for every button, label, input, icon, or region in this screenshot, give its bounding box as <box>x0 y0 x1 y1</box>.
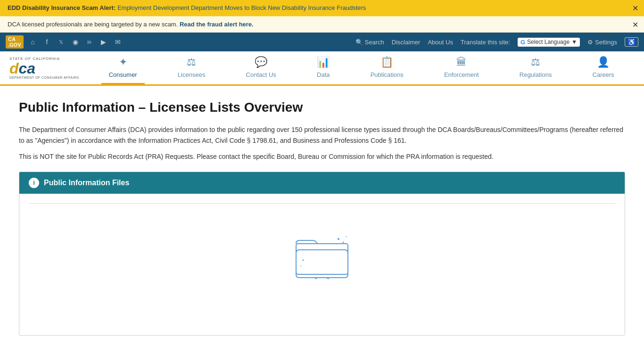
folder-svg <box>294 232 350 279</box>
home-icon-link[interactable]: ⌂ <box>28 37 38 47</box>
enforcement-label: Enforcement <box>444 71 479 78</box>
email-icon-link[interactable]: ✉ <box>113 37 123 47</box>
settings-link[interactable]: ⚙ Settings <box>587 39 617 46</box>
main-nav-items: ✦ Consumer ⚖ Licensees 💬 Contact Us 📊 Da… <box>89 51 635 84</box>
settings-gear-icon: ⚙ <box>587 39 593 46</box>
twitter-icon-link[interactable]: 𝕏 <box>57 37 66 47</box>
info-icon-letter: i <box>33 179 35 186</box>
nav-item-careers[interactable]: 👤 Careers <box>585 51 622 84</box>
licensees-icon: ⚖ <box>187 56 196 68</box>
page-content: Public Information – Licensee Lists Over… <box>0 86 644 349</box>
enforcement-icon: 🏛 <box>456 56 467 68</box>
alert-bold-text: EDD Disability Insurance Scam Alert: <box>8 4 116 11</box>
disclaimer-label: Disclaimer <box>392 39 421 46</box>
nav-item-data[interactable]: 📊 Data <box>309 51 337 84</box>
facebook-icon-link[interactable]: f <box>42 37 52 47</box>
alert-close-2[interactable]: ✕ <box>632 20 638 29</box>
regulations-label: Regulations <box>520 71 552 78</box>
linkedin-icon-link[interactable]: in <box>85 37 94 47</box>
section-header: i Public Information Files <box>19 172 625 194</box>
contact-icon: 💬 <box>255 56 267 68</box>
nav-item-regulations[interactable]: ⚖ Regulations <box>512 51 560 84</box>
alert-close-1[interactable]: ✕ <box>632 4 638 13</box>
top-nav-left: CA.GOV ⌂ f 𝕏 ◉ in ▶ ✉ <box>6 35 123 49</box>
regulations-icon: ⚖ <box>531 56 540 68</box>
licensees-label: Licensees <box>178 71 206 78</box>
page-desc-2: This is NOT the site for Public Records … <box>19 151 625 162</box>
alert-text-2: DCA licensed professionals are being tar… <box>8 21 178 28</box>
nav-item-publications[interactable]: 📋 Publications <box>363 51 411 84</box>
accessibility-link[interactable]: ♿ <box>625 37 638 47</box>
page-title: Public Information – Licensee Lists Over… <box>19 100 625 115</box>
logo-d: d <box>9 60 19 77</box>
ca-gov-logo-link[interactable]: CA.GOV <box>6 35 24 49</box>
settings-label: Settings <box>595 39 617 46</box>
svg-point-4 <box>303 259 304 261</box>
google-logo: G <box>520 39 525 46</box>
alert-banner-1: EDD Disability Insurance Scam Alert: Emp… <box>0 0 644 16</box>
translate-dropdown-icon: ▼ <box>571 39 577 45</box>
search-link[interactable]: 🔍 Search <box>355 39 384 46</box>
select-language-label: Select Language <box>527 39 570 45</box>
logo-ca: ca <box>19 60 36 77</box>
alert-link-1[interactable]: Employment Development Department Moves … <box>117 4 366 11</box>
section-body <box>19 194 625 335</box>
youtube-icon-link[interactable]: ▶ <box>99 37 108 47</box>
careers-icon: 👤 <box>597 56 610 68</box>
public-info-section: i Public Information Files <box>19 172 625 336</box>
about-label: About Us <box>428 39 453 46</box>
disclaimer-link[interactable]: Disclaimer <box>392 39 421 46</box>
publications-icon: 📋 <box>380 56 393 68</box>
svg-point-1 <box>338 238 339 240</box>
consumer-label: Consumer <box>109 71 137 78</box>
translate-label: Translate this site: <box>461 39 510 46</box>
dca-logo: STATE OF CALIFORNIA dca DEPARTMENT OF CO… <box>9 51 89 84</box>
folder-illustration <box>294 232 350 279</box>
page-desc-1: The Department of Consumer Affairs (DCA)… <box>19 124 625 146</box>
about-link[interactable]: About Us <box>428 39 453 46</box>
alert-banner-2: DCA licensed professionals are being tar… <box>0 16 644 33</box>
alert-link-2[interactable]: Read the fraud alert here. <box>180 21 254 28</box>
social-links: ⌂ f 𝕏 ◉ in ▶ ✉ <box>28 37 123 47</box>
website-icon-link[interactable]: ◉ <box>71 37 80 47</box>
data-icon: 📊 <box>317 56 330 68</box>
data-label: Data <box>317 71 330 78</box>
logo-main-text: dca <box>9 61 79 76</box>
translate-widget[interactable]: G Select Language ▼ <box>518 38 580 47</box>
svg-point-2 <box>343 241 344 243</box>
info-icon: i <box>29 178 39 188</box>
top-nav-bar: CA.GOV ⌂ f 𝕏 ◉ in ▶ ✉ 🔍 Search Disclaime… <box>0 33 644 51</box>
section-title: Public Information Files <box>44 179 129 187</box>
svg-rect-0 <box>296 244 348 274</box>
consumer-icon: ✦ <box>119 56 127 68</box>
svg-point-5 <box>300 265 301 266</box>
logo-sub-text: DEPARTMENT OF CONSUMER AFFAIRS <box>9 76 79 79</box>
top-nav-right: 🔍 Search Disclaimer About Us Translate t… <box>355 37 638 47</box>
section-divider <box>29 203 615 204</box>
main-nav: STATE OF CALIFORNIA dca DEPARTMENT OF CO… <box>0 51 644 86</box>
search-label: Search <box>365 39 384 46</box>
publications-label: Publications <box>371 71 404 78</box>
contact-label: Contact Us <box>246 71 276 78</box>
nav-item-licensees[interactable]: ⚖ Licensees <box>170 51 213 84</box>
ca-gov-badge: CA.GOV <box>6 35 24 49</box>
careers-label: Careers <box>593 71 614 78</box>
search-icon: 🔍 <box>355 39 363 46</box>
nav-item-consumer[interactable]: ✦ Consumer <box>101 51 145 84</box>
nav-item-enforcement[interactable]: 🏛 Enforcement <box>437 51 487 84</box>
accessibility-icon: ♿ <box>627 38 636 46</box>
nav-item-contact[interactable]: 💬 Contact Us <box>239 51 284 84</box>
svg-point-3 <box>346 236 347 237</box>
